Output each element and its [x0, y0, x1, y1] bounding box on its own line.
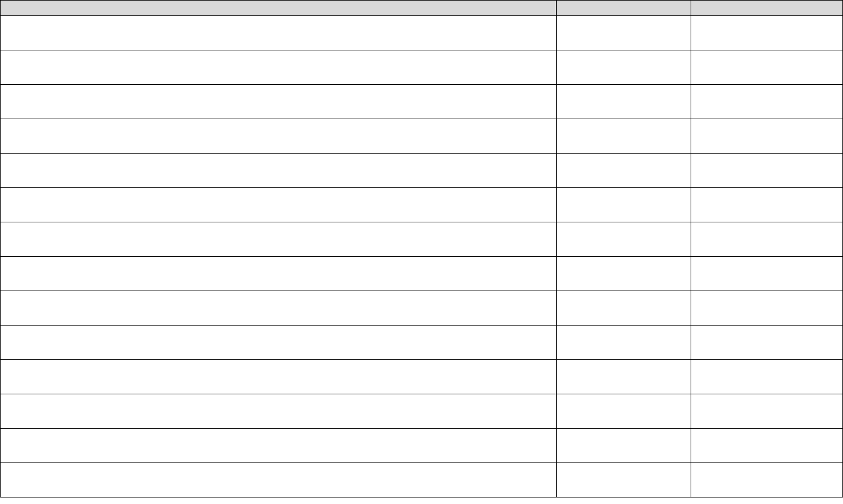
table-cell — [1, 50, 557, 85]
table-cell — [691, 16, 843, 50]
table-cell — [691, 50, 843, 85]
table-row — [1, 85, 843, 119]
table-cell — [691, 394, 843, 429]
table-row — [1, 429, 843, 463]
table-cell — [556, 50, 691, 85]
table-row — [1, 119, 843, 154]
table-cell — [1, 291, 557, 326]
table-container — [0, 0, 843, 497]
table-cell — [691, 463, 843, 497]
table-header-row — [1, 1, 843, 16]
table-cell — [1, 394, 557, 429]
table-cell — [556, 326, 691, 360]
table-cell — [556, 394, 691, 429]
table-cell — [1, 188, 557, 222]
table-cell — [691, 119, 843, 154]
data-table — [0, 0, 843, 497]
table-cell — [556, 85, 691, 119]
table-row — [1, 326, 843, 360]
table-row — [1, 257, 843, 291]
table-cell — [556, 154, 691, 188]
table-row — [1, 222, 843, 257]
table-cell — [1, 257, 557, 291]
table-cell — [1, 429, 557, 463]
table-cell — [691, 291, 843, 326]
table-cell — [556, 429, 691, 463]
table-cell — [691, 360, 843, 394]
table-row — [1, 188, 843, 222]
table-cell — [691, 154, 843, 188]
table-cell — [556, 188, 691, 222]
table-cell — [556, 222, 691, 257]
table-cell — [556, 257, 691, 291]
table-cell — [556, 16, 691, 50]
table-cell — [556, 360, 691, 394]
table-cell — [1, 326, 557, 360]
table-cell — [1, 119, 557, 154]
table-cell — [556, 119, 691, 154]
table-row — [1, 394, 843, 429]
table-cell — [556, 291, 691, 326]
table-cell — [1, 463, 557, 497]
table-cell — [1, 222, 557, 257]
table-row — [1, 463, 843, 497]
table-row — [1, 154, 843, 188]
table-row — [1, 291, 843, 326]
table-cell — [1, 85, 557, 119]
table-row — [1, 50, 843, 85]
table-cell — [1, 154, 557, 188]
table-cell — [691, 257, 843, 291]
table-cell — [1, 360, 557, 394]
table-row — [1, 360, 843, 394]
table-cell — [691, 188, 843, 222]
table-header-3 — [691, 1, 843, 16]
table-header-2 — [556, 1, 691, 16]
table-cell — [556, 463, 691, 497]
table-cell — [691, 222, 843, 257]
table-row — [1, 16, 843, 50]
table-header-1 — [1, 1, 557, 16]
table-cell — [1, 16, 557, 50]
table-cell — [691, 429, 843, 463]
table-cell — [691, 326, 843, 360]
table-cell — [691, 85, 843, 119]
